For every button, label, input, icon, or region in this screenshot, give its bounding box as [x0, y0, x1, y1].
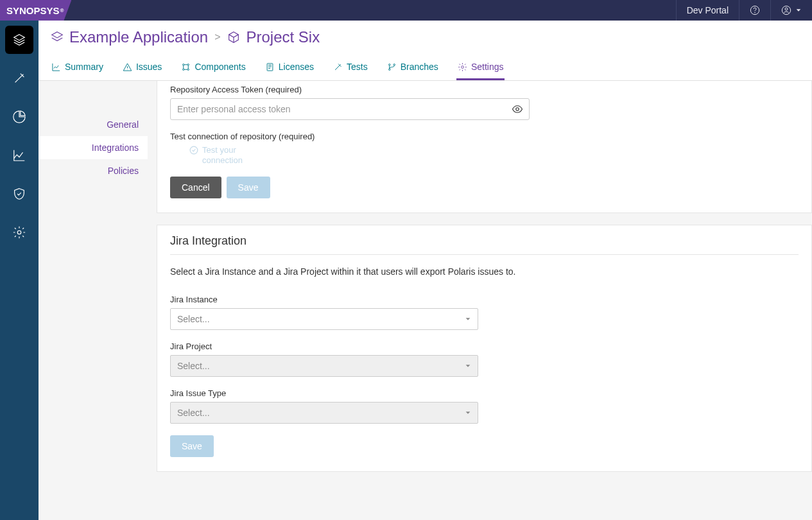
shield-icon	[12, 187, 26, 201]
jira-panel: Jira Integration Select a Jira Instance …	[157, 225, 812, 472]
account-menu[interactable]	[770, 0, 812, 21]
repo-panel: Repository Access Token (required) Test …	[157, 81, 812, 213]
warning-icon	[123, 62, 132, 72]
eye-icon[interactable]	[512, 103, 523, 115]
settings-panel-area[interactable]: Repository Access Token (required) Test …	[148, 81, 812, 520]
token-label: Repository Access Token (required)	[170, 85, 530, 94]
brand-logo: SYNOPSYS®	[0, 0, 71, 21]
top-bar: SYNOPSYS® Dev Portal	[0, 0, 812, 21]
access-token-input[interactable]	[170, 98, 530, 120]
caret-down-icon	[465, 363, 471, 369]
jira-heading: Jira Integration	[170, 234, 799, 248]
flask-icon	[333, 62, 343, 72]
subnav-general[interactable]: General	[39, 113, 148, 136]
jira-project-label: Jira Project	[170, 342, 478, 351]
branch-icon	[387, 62, 397, 72]
svg-point-15	[190, 146, 198, 154]
help-icon	[750, 5, 760, 15]
jira-issuetype-label: Jira Issue Type	[170, 388, 478, 398]
settings-subnav: General Integrations Policies	[39, 81, 148, 520]
save-repo-button: Save	[227, 177, 270, 198]
svg-rect-9	[267, 63, 273, 70]
rail-item-security[interactable]	[5, 180, 33, 208]
tab-tests[interactable]: Tests	[332, 55, 369, 80]
dev-portal-link[interactable]: Dev Portal	[676, 0, 739, 21]
rail-item-trends[interactable]	[5, 141, 33, 169]
svg-point-12	[388, 69, 390, 71]
svg-point-10	[388, 64, 390, 65]
gear-icon	[12, 225, 26, 239]
test-connection-link: Test your connection	[189, 145, 247, 165]
test-connection-label: Test connection of repository (required)	[170, 132, 530, 141]
rail-item-settings[interactable]	[5, 218, 33, 247]
tab-issues[interactable]: Issues	[121, 55, 163, 80]
user-icon	[781, 5, 791, 15]
jira-project-select: Select...	[170, 355, 478, 377]
svg-point-1	[755, 12, 756, 13]
tab-settings[interactable]: Settings	[456, 55, 505, 80]
svg-point-14	[516, 108, 519, 111]
layers-outline-icon	[50, 30, 64, 44]
svg-point-6	[187, 64, 189, 65]
svg-point-3	[785, 8, 788, 10]
trend-icon	[12, 148, 26, 162]
breadcrumb: Example Application > Project Six	[39, 21, 812, 54]
save-jira-button: Save	[170, 435, 214, 457]
help-button[interactable]	[739, 0, 770, 21]
rail-item-reports[interactable]	[5, 103, 33, 131]
breadcrumb-project[interactable]: Project Six	[227, 28, 320, 46]
caret-down-icon	[795, 7, 802, 13]
jira-description: Select a Jira Instance and a Jira Projec…	[170, 266, 799, 277]
cog-icon	[458, 62, 467, 72]
svg-point-8	[187, 69, 189, 71]
components-icon	[181, 62, 191, 72]
tab-components[interactable]: Components	[180, 55, 246, 80]
jira-issuetype-select: Select...	[170, 402, 478, 424]
svg-point-4	[17, 230, 21, 234]
check-circle-icon	[189, 146, 198, 155]
wand-icon	[12, 71, 26, 85]
project-tabs: Summary Issues Components Licenses Tests	[39, 54, 812, 81]
rail-item-portfolio[interactable]	[5, 26, 33, 54]
brand-text: SYNOPSYS	[6, 5, 60, 16]
caret-down-icon	[465, 410, 471, 416]
svg-point-13	[462, 65, 464, 68]
license-icon	[265, 62, 275, 72]
left-rail	[0, 21, 39, 520]
tab-licenses[interactable]: Licenses	[264, 55, 315, 80]
caret-down-icon	[465, 316, 471, 322]
cancel-button[interactable]: Cancel	[170, 177, 221, 198]
subnav-integrations[interactable]: Integrations	[39, 136, 148, 159]
svg-point-5	[183, 64, 185, 65]
rail-item-tests[interactable]	[5, 64, 33, 92]
subnav-policies[interactable]: Policies	[39, 159, 148, 182]
breadcrumb-separator: >	[214, 31, 220, 43]
cube-icon	[227, 30, 241, 44]
pie-chart-icon	[12, 110, 26, 124]
jira-instance-select[interactable]: Select...	[170, 308, 478, 330]
tab-branches[interactable]: Branches	[386, 55, 440, 80]
layers-icon	[12, 33, 26, 47]
chart-line-icon	[51, 62, 61, 72]
tab-summary[interactable]: Summary	[50, 55, 105, 80]
breadcrumb-app[interactable]: Example Application	[50, 28, 208, 46]
svg-point-11	[393, 64, 395, 65]
svg-point-7	[183, 69, 185, 71]
jira-instance-label: Jira Instance	[170, 295, 478, 304]
